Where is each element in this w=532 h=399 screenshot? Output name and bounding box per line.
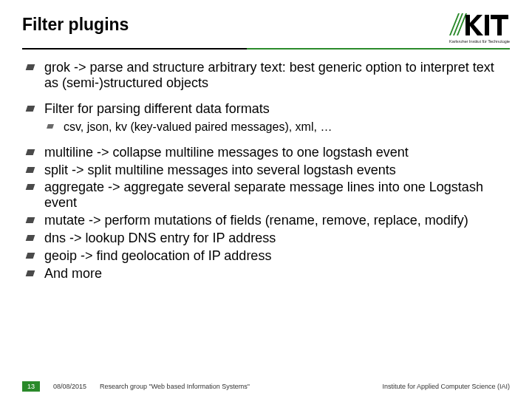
bullet-text: multiline -> collapse multiline messages… xyxy=(44,145,409,160)
list-item: csv, json, kv (key-valued paired message… xyxy=(44,120,507,134)
kit-logo-svg xyxy=(449,13,508,38)
page-number: 13 xyxy=(22,381,40,392)
footer: 13 08/08/2015 Research group "Web based … xyxy=(0,381,532,392)
bullet-text: csv, json, kv (key-valued paired message… xyxy=(64,120,332,133)
logo-caption: Karlsruher Institut für Technologie xyxy=(449,39,510,44)
bullet-text: grok -> parse and structure arbitrary te… xyxy=(44,60,494,90)
list-item: And more xyxy=(25,266,507,282)
bullet-text: split -> split multiline messages into s… xyxy=(44,163,396,177)
kit-logo: Karlsruher Institut für Technologie xyxy=(449,13,510,44)
footer-institute: Institute for Applied Computer Science (… xyxy=(382,383,510,390)
list-item: split -> split multiline messages into s… xyxy=(25,163,507,178)
slide: Filter plugins Karlsruher Institut für T… xyxy=(0,0,532,399)
bullet-text: And more xyxy=(44,266,102,281)
list-item: aggregate -> aggregate several separate … xyxy=(25,180,507,211)
bullet-list: grok -> parse and structure arbitrary te… xyxy=(25,60,507,282)
footer-left: 13 08/08/2015 Research group "Web based … xyxy=(22,381,250,392)
list-item: dns -> lookup DNS entry for IP address xyxy=(25,231,507,246)
svg-rect-3 xyxy=(485,15,489,35)
footer-group: Research group "Web based Information Sy… xyxy=(100,383,250,390)
list-item: geoip -> find geolocation of IP address xyxy=(25,248,507,264)
bullet-text: mutate -> perform mutations of fields (r… xyxy=(44,213,468,228)
list-item: Filter for parsing different data format… xyxy=(25,101,507,134)
bullet-text: geoip -> find geolocation of IP address xyxy=(44,248,271,263)
list-item: grok -> parse and structure arbitrary te… xyxy=(25,60,507,91)
header: Filter plugins Karlsruher Institut für T… xyxy=(0,0,532,44)
bullet-text: Filter for parsing different data format… xyxy=(44,101,270,116)
list-item: mutate -> perform mutations of fields (r… xyxy=(25,213,507,228)
slide-body: grok -> parse and structure arbitrary te… xyxy=(0,50,532,282)
bullet-text: dns -> lookup DNS entry for IP address xyxy=(44,231,276,245)
footer-date: 08/08/2015 xyxy=(53,383,86,390)
slide-title: Filter plugins xyxy=(22,15,129,35)
bullet-text: aggregate -> aggregate several separate … xyxy=(44,180,483,210)
sub-list: csv, json, kv (key-valued paired message… xyxy=(44,120,507,134)
list-item: multiline -> collapse multiline messages… xyxy=(25,145,507,160)
